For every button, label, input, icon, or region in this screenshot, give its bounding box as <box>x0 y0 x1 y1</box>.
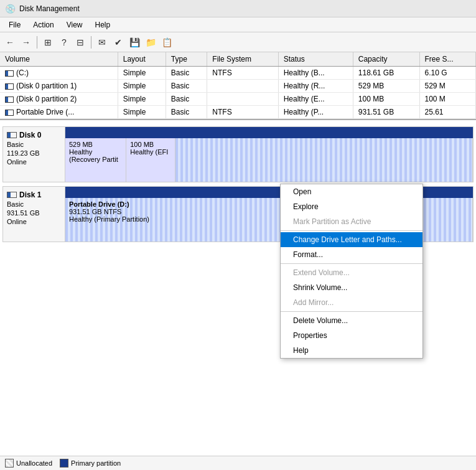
cell-status-3: Healthy (P... <box>278 106 353 119</box>
context-menu-item-8[interactable]: Delete Volume... <box>281 313 422 328</box>
disk-1-size: 931.51 GB <box>7 209 61 217</box>
context-sep-3 <box>281 230 422 231</box>
context-menu-item-1[interactable]: Explore <box>281 199 422 214</box>
col-type: Type <box>166 52 207 67</box>
toolbar-folder[interactable]: 📁 <box>143 35 158 50</box>
toolbar-back[interactable]: ← <box>2 35 17 50</box>
cell-capacity-3: 931.51 GB <box>353 106 419 119</box>
context-menu-item-6[interactable]: Shrink Volume... <box>281 280 422 295</box>
disk-0-name: Disk 0 <box>7 131 61 139</box>
cell-layout-1: Simple <box>118 80 166 93</box>
cell-volume-1: (Disk 0 partition 1) <box>0 80 118 93</box>
main-content: Volume Layout Type File System Status Ca… <box>0 52 476 470</box>
disk-0-part2[interactable]: 100 MB Healthy (EFI <box>126 138 175 182</box>
disk-0-icon <box>7 132 17 138</box>
context-sep-5 <box>281 263 422 264</box>
cell-capacity-1: 529 MB <box>353 80 419 93</box>
legend: Unallocated Primary partition <box>0 456 476 470</box>
context-menu-item-0[interactable]: Open <box>281 184 422 199</box>
toolbar-grid[interactable]: ⊞ <box>40 35 55 50</box>
disk-0-size: 119.23 GB <box>7 149 61 157</box>
vol-icon-2 <box>5 96 14 103</box>
cell-type-2: Basic <box>166 93 207 106</box>
app-title: Disk Management <box>19 4 80 13</box>
app-icon: 💿 <box>5 4 16 14</box>
col-volume: Volume <box>0 52 118 67</box>
legend-unalloc: Unallocated <box>5 459 52 468</box>
disk-0-part3[interactable] <box>175 138 473 182</box>
cell-status-1: Healthy (R... <box>278 80 353 93</box>
cell-type-3: Basic <box>166 106 207 119</box>
table-row-2[interactable]: (Disk 0 partition 2) Simple Basic Health… <box>0 93 476 106</box>
toolbar-save[interactable]: 💾 <box>127 35 142 50</box>
cell-layout-0: Simple <box>118 67 166 80</box>
disk-0-row: Disk 0 Basic 119.23 GB Online 529 MB Hea… <box>2 126 474 182</box>
cell-free-1: 529 M <box>419 80 475 93</box>
toolbar-sep2 <box>91 36 91 49</box>
cell-capacity-2: 100 MB <box>353 93 419 106</box>
vol-icon-1 <box>5 83 14 90</box>
context-menu-item-3[interactable]: Change Drive Letter and Paths... <box>281 232 422 247</box>
legend-unalloc-label: Unallocated <box>16 459 52 467</box>
cell-volume-2: (Disk 0 partition 2) <box>0 93 118 106</box>
col-capacity: Capacity <box>353 52 419 67</box>
col-status: Status <box>278 52 353 67</box>
disk-0-type: Basic <box>7 141 61 148</box>
cell-fs-1 <box>207 80 278 93</box>
disk-0-part1[interactable]: 529 MB Healthy (Recovery Partit <box>65 138 126 182</box>
col-fs: File System <box>207 52 278 67</box>
table-row-0[interactable]: (C:) Simple Basic NTFS Healthy (B... 118… <box>0 67 476 80</box>
context-sep-8 <box>281 311 422 312</box>
vol-icon-0 <box>5 70 14 77</box>
table-row-3[interactable]: Portable Drive (... Simple Basic NTFS He… <box>0 106 476 119</box>
menu-help[interactable]: Help <box>89 19 117 31</box>
disk-1-icon <box>7 192 17 198</box>
table-section: Volume Layout Type File System Status Ca… <box>0 52 476 120</box>
toolbar-minus[interactable]: ⊟ <box>73 35 88 50</box>
cell-type-1: Basic <box>166 80 207 93</box>
cell-capacity-0: 118.61 GB <box>353 67 419 80</box>
context-menu-item-7: Add Mirror... <box>281 295 422 310</box>
menu-view[interactable]: View <box>60 19 89 31</box>
disk-1-type: Basic <box>7 200 61 208</box>
cell-volume-3: Portable Drive (... <box>0 106 118 119</box>
table-row-1[interactable]: (Disk 0 partition 1) Simple Basic Health… <box>0 80 476 93</box>
context-menu-item-5: Extend Volume... <box>281 265 422 280</box>
legend-primary-label: Primary partition <box>71 459 121 467</box>
context-menu-item-10[interactable]: Help <box>281 343 422 358</box>
disk-0-bar <box>65 127 473 138</box>
toolbar-help[interactable]: ? <box>57 35 72 50</box>
toolbar-clipboard[interactable]: 📋 <box>159 35 174 50</box>
vol-icon-3 <box>5 110 14 116</box>
cell-type-0: Basic <box>166 67 207 80</box>
legend-unalloc-box <box>5 459 14 468</box>
menu-bar: File Action View Help <box>0 17 476 32</box>
context-menu: OpenExploreMark Partition as ActiveChang… <box>280 184 423 359</box>
context-menu-item-2: Mark Partition as Active <box>281 214 422 229</box>
title-bar: 💿 Disk Management <box>0 0 476 17</box>
toolbar-mail[interactable]: ✉ <box>95 35 110 50</box>
disk-0-partitions: 529 MB Healthy (Recovery Partit 100 MB H… <box>65 127 473 182</box>
disk-1-name: Disk 1 <box>7 190 61 199</box>
disk-table: Volume Layout Type File System Status Ca… <box>0 52 476 119</box>
legend-primary-box <box>60 459 68 468</box>
context-menu-item-4[interactable]: Format... <box>281 247 422 262</box>
disk-1-info: Disk 1 Basic 931.51 GB Online <box>3 187 65 242</box>
menu-action[interactable]: Action <box>27 19 60 31</box>
menu-file[interactable]: File <box>2 19 27 31</box>
cell-free-3: 25.61 <box>419 106 475 119</box>
cell-free-0: 6.10 G <box>419 67 475 80</box>
context-menu-item-9[interactable]: Properties <box>281 328 422 343</box>
cell-volume-0: (C:) <box>0 67 118 80</box>
cell-fs-2 <box>207 93 278 106</box>
cell-fs-3: NTFS <box>207 106 278 119</box>
toolbar-forward[interactable]: → <box>19 35 34 50</box>
toolbar-check[interactable]: ✔ <box>111 35 126 50</box>
cell-layout-3: Simple <box>118 106 166 119</box>
col-free: Free S... <box>419 52 475 67</box>
toolbar: ← → ⊞ ? ⊟ ✉ ✔ 💾 📁 📋 <box>0 32 476 52</box>
cell-free-2: 100 M <box>419 93 475 106</box>
legend-primary: Primary partition <box>60 459 121 468</box>
toolbar-sep1 <box>37 36 37 49</box>
cell-layout-2: Simple <box>118 93 166 106</box>
